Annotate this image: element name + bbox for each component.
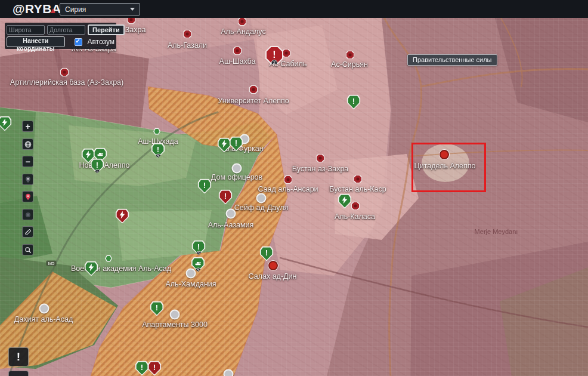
marker-center-dot bbox=[319, 157, 322, 160]
autozoom-label: Автозум bbox=[88, 38, 115, 46]
plot-coordinates-button[interactable]: Нанести координаты bbox=[7, 36, 65, 47]
map-label: Бустан аз-Захра bbox=[292, 165, 349, 173]
alerts-button[interactable]: ! bbox=[8, 347, 29, 366]
top-bar: @RYBAR Сирия bbox=[0, 0, 588, 18]
zoom-in-button[interactable]: + bbox=[22, 121, 33, 132]
marker-center-dot bbox=[285, 52, 288, 55]
map-label: Аль-Газали bbox=[168, 41, 207, 50]
longitude-input[interactable] bbox=[47, 25, 85, 35]
latitude-input[interactable] bbox=[7, 25, 45, 35]
marker-center-dot bbox=[349, 54, 352, 57]
marker-circle-gray[interactable] bbox=[39, 304, 49, 314]
marker-oct-red[interactable] bbox=[284, 175, 293, 184]
marker-oct-red[interactable] bbox=[183, 30, 192, 39]
pin-red-icon bbox=[24, 193, 32, 201]
map-label: Аш-Шахба bbox=[219, 57, 256, 66]
map-label: Цитадель Алеппо bbox=[414, 162, 476, 170]
coordinates-panel: Перейти Нанести координаты Автозум bbox=[5, 23, 116, 49]
marker-center-dot bbox=[357, 178, 360, 181]
map-label: Дахият аль-Асад bbox=[14, 315, 73, 323]
marker-circle-red[interactable] bbox=[268, 261, 278, 270]
chevron-down-icon bbox=[130, 8, 135, 11]
map-label: Дом офицеров bbox=[211, 173, 262, 181]
marker-oct-red[interactable] bbox=[351, 202, 360, 211]
map-canvas[interactable]: Аз-ЗахраЖК Аз-ЗахраАль-АндалусАль-Газали… bbox=[0, 0, 588, 376]
ruler-button[interactable] bbox=[22, 226, 33, 238]
marker-oct-red[interactable] bbox=[238, 17, 247, 26]
map-label: Сейф ад-Дауля bbox=[234, 204, 288, 212]
marker-circle-gray[interactable] bbox=[226, 209, 236, 219]
marker-oct-red[interactable] bbox=[60, 68, 69, 77]
marker-circle-gray[interactable] bbox=[232, 164, 242, 174]
pin-dark-icon bbox=[24, 176, 32, 183]
marker-center-dot bbox=[186, 33, 189, 36]
marker-oct-red[interactable] bbox=[346, 51, 355, 60]
marker-center-dot bbox=[252, 88, 255, 91]
logo-accent-triangle bbox=[51, 8, 55, 13]
marker-circle-gray[interactable] bbox=[170, 310, 180, 320]
secondary-bottom-button[interactable] bbox=[8, 371, 29, 376]
marker-circle-gray[interactable] bbox=[224, 369, 234, 376]
dark-pin-button[interactable] bbox=[22, 174, 33, 185]
marker-center-dot bbox=[241, 20, 244, 23]
marker-circle-red[interactable] bbox=[440, 150, 449, 159]
zoom-out-button[interactable]: − bbox=[22, 156, 33, 167]
map-label: Аль-Каласа bbox=[335, 212, 375, 221]
search-button[interactable] bbox=[22, 244, 33, 255]
marker-center-dot bbox=[130, 19, 133, 21]
forces-tooltip: Правительственные силы bbox=[407, 54, 497, 66]
cluster-button[interactable] bbox=[22, 209, 33, 220]
marker-oct-red[interactable] bbox=[249, 85, 258, 94]
map-label: Merje Meydanı bbox=[475, 228, 518, 235]
map-label: Салах ад-Дин bbox=[249, 272, 297, 281]
search-icon bbox=[24, 246, 32, 254]
marker-circle-gray[interactable] bbox=[186, 269, 196, 279]
autozoom-checkbox[interactable] bbox=[75, 38, 82, 46]
marker-circle-gray[interactable] bbox=[256, 193, 267, 204]
go-button[interactable]: Перейти bbox=[88, 24, 125, 35]
marker-oct-red[interactable] bbox=[233, 47, 242, 56]
marker-oct-red[interactable] bbox=[316, 154, 325, 163]
marker-oct-red-big-exclaim[interactable]: !2 bbox=[265, 46, 283, 64]
cluster-icon bbox=[24, 211, 32, 218]
marker-oct-red[interactable] bbox=[354, 175, 363, 184]
map-label: Ас-Сирьян bbox=[331, 60, 368, 69]
region-selector-dropdown[interactable]: Сирия bbox=[60, 3, 140, 16]
marker-center-dot bbox=[236, 50, 239, 53]
map-label: M5 bbox=[46, 261, 56, 266]
map-label: Аль-Аазамия bbox=[208, 221, 254, 229]
map-label: Аль-Андалус bbox=[221, 27, 265, 36]
map-label: Артиллерийская база (Аз-Захра) bbox=[10, 78, 123, 87]
marker-center-dot bbox=[287, 178, 290, 181]
globe-icon bbox=[24, 141, 32, 148]
map-label: Университет Алеппо bbox=[218, 97, 289, 105]
region-selector-value: Сирия bbox=[60, 5, 130, 14]
map-label: Бустан аль-Каср bbox=[329, 185, 386, 193]
ruler-icon bbox=[24, 229, 32, 236]
marker-center-dot bbox=[63, 71, 66, 74]
red-pin-button[interactable] bbox=[22, 191, 33, 202]
map-label: Апартаменты 3000 bbox=[142, 320, 208, 329]
map-label: Новый Алеппо bbox=[79, 161, 129, 169]
map-label: Саад аль-Ансари bbox=[258, 185, 318, 193]
globe-button[interactable] bbox=[22, 138, 33, 150]
map-label: Аль-Хамдания bbox=[165, 280, 216, 288]
alert-exclamation-glyph: ! bbox=[17, 350, 20, 363]
marker-center-dot bbox=[354, 205, 357, 208]
